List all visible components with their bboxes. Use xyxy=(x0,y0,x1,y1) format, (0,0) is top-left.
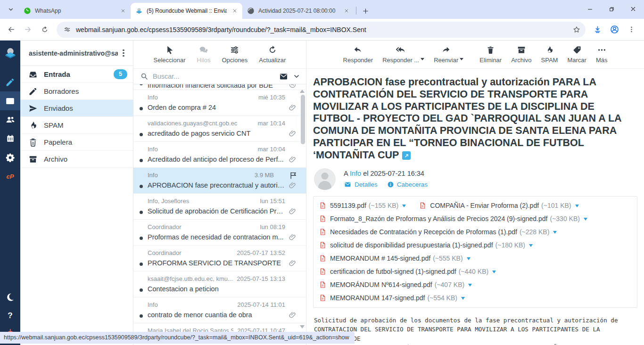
more-button[interactable]: Más xyxy=(596,45,608,64)
attachment-menu-caret[interactable] xyxy=(529,244,533,249)
select-button[interactable]: Seleccionar xyxy=(154,45,186,64)
forward-caret[interactable] xyxy=(460,58,463,62)
profile-button[interactable] xyxy=(606,22,622,38)
message-subject-heading: APROBACION fase precontractual y autoriz… xyxy=(313,76,637,162)
attachment-item[interactable]: COMPAÑIA - Enviar Proforma (2).pdf(~101 … xyxy=(419,199,578,212)
rail-help-button[interactable]: ? xyxy=(0,306,20,325)
rail-darkmode-button[interactable] xyxy=(0,288,20,306)
rail-compose-button[interactable] xyxy=(0,73,20,91)
unread-dot xyxy=(140,84,143,85)
list-item[interactable]: Infomar 10:04 Acreditado del anticipo de… xyxy=(133,142,306,168)
close-window-button[interactable] xyxy=(622,0,644,18)
reply-button[interactable]: Responder xyxy=(343,45,373,64)
archive-button[interactable]: Archivo xyxy=(511,45,531,64)
browser-menu-button[interactable] xyxy=(623,22,639,38)
open-in-new-window-button[interactable] xyxy=(402,151,411,160)
tab-title: (5) Roundcube Webmail :: Envia xyxy=(147,8,227,14)
attachment-menu-caret[interactable] xyxy=(402,205,406,209)
list-item[interactable]: Coordinadorlun 08:19 Proformas de necesi… xyxy=(133,220,306,246)
sidebar-item-borradores[interactable]: Borradores xyxy=(20,83,133,100)
archive-icon xyxy=(28,155,38,164)
attachment-menu-caret[interactable] xyxy=(575,205,579,209)
sidebar-item-entrada[interactable]: Entrada 5 xyxy=(20,66,133,83)
account-header: asistente-administrativo@sa... xyxy=(20,41,133,66)
delete-button[interactable]: Eliminar xyxy=(479,45,502,64)
rail-settings-button[interactable] xyxy=(0,148,20,167)
tab-search-button[interactable] xyxy=(4,2,18,16)
reply-all-button[interactable]: Responder ... xyxy=(382,45,419,64)
reload-button[interactable] xyxy=(37,22,53,38)
scroll-down-arrow[interactable] xyxy=(300,325,305,331)
attachment-size: (~554 KB) xyxy=(428,294,457,302)
attachment-item[interactable]: MEMORÁNDUM Nº614-signed.pdf(~407 KB) xyxy=(319,278,472,291)
attachment-menu-caret[interactable] xyxy=(553,231,557,236)
url-text[interactable]: webmail.sanjuan.gob.ec/cpsess1535909589/… xyxy=(76,26,568,33)
threads-button[interactable]: Hilos xyxy=(197,45,211,64)
attachment-item[interactable]: MEMORANDUM # 145-signed.pdf(~555 KB) xyxy=(319,252,471,265)
account-menu-button[interactable] xyxy=(118,48,129,59)
sidebar-item-enviados[interactable]: Enviados xyxy=(20,100,133,117)
attachment-size: (~330 KB) xyxy=(550,215,579,222)
search-scope-chevron-icon[interactable] xyxy=(293,73,300,80)
rail-cpanel-button[interactable]: cP xyxy=(0,167,20,186)
attachment-item[interactable]: 5591139.pdf(~155 KB) xyxy=(319,199,406,212)
attachment-item[interactable]: Necesidades de Contratación y Recepción … xyxy=(319,225,557,238)
attachment-menu-caret[interactable] xyxy=(461,297,465,302)
spam-button[interactable]: SPAM xyxy=(541,45,558,64)
list-item[interactable]: Infomié 10:35 Orden de compra # 24 xyxy=(133,90,306,116)
forward-button[interactable] xyxy=(20,22,36,38)
list-item[interactable]: validaciones.guayas@cnt.gob.ecmar 10:14 … xyxy=(133,116,306,142)
recipient-link[interactable]: Info xyxy=(350,170,361,177)
attachment-item[interactable]: certificacion de futbol-signed (1)-signe… xyxy=(319,265,496,278)
restore-button[interactable] xyxy=(601,0,622,18)
tab-close-button[interactable] xyxy=(119,7,127,15)
attachment-menu-caret[interactable] xyxy=(467,257,471,262)
rail-mail-button[interactable] xyxy=(0,91,20,110)
list-item[interactable]: Info2025-07-14 11:01 contrato de menor c… xyxy=(133,297,306,323)
sidebar-item-papelera[interactable]: Papelera xyxy=(20,134,133,151)
attachment-menu-caret[interactable] xyxy=(468,284,472,288)
forwarded-icon xyxy=(289,84,297,89)
new-tab-button[interactable] xyxy=(359,5,372,17)
sidebar-item-spam[interactable]: SPAM xyxy=(20,117,133,134)
list-item-selected[interactable]: Info3.9 MB APROBACION fase precontractua… xyxy=(133,168,306,194)
attachment-item[interactable]: solicitud de disponibilidad presupuestar… xyxy=(319,238,533,252)
forward-button[interactable]: Reenviar xyxy=(434,45,458,64)
compose-icon xyxy=(5,77,15,87)
options-button[interactable]: Opciones xyxy=(222,45,248,64)
body-line: CONTRATACION DEL SERVICIO DE TRANSPORTE … xyxy=(314,325,637,343)
attachment-item[interactable]: Formato_8_Razón de Proformas y Análisis … xyxy=(319,212,587,225)
reply-all-caret[interactable] xyxy=(421,58,424,62)
bookmark-star-icon[interactable] xyxy=(572,25,581,34)
list-item[interactable]: Coordinador2025-07-17 13:52 PROFORMA SER… xyxy=(133,246,306,271)
search-bar xyxy=(133,69,306,84)
minimize-button[interactable] xyxy=(579,0,601,18)
tab-close-button[interactable] xyxy=(231,7,239,15)
archive-label: Archivo xyxy=(511,57,531,64)
mark-button[interactable]: Marcar xyxy=(567,45,586,64)
address-bar[interactable]: webmail.sanjuan.gob.ec/cpsess1535909589/… xyxy=(57,22,586,38)
tab-whatsapp[interactable]: WhatsApp xyxy=(19,3,131,19)
list-item-partial[interactable]: Información financiera solicitada por BD… xyxy=(133,84,306,90)
downloads-button[interactable] xyxy=(589,22,605,38)
refresh-button[interactable]: Actualizar xyxy=(259,45,286,64)
back-button[interactable] xyxy=(3,22,19,38)
rail-calendar-button[interactable] xyxy=(0,129,20,148)
folder-label: Papelera xyxy=(44,138,72,146)
tab-roundcube[interactable]: (5) Roundcube Webmail :: Envia xyxy=(131,3,242,19)
attachment-item[interactable]: MEMORANDUM 147-signed.pdf(~554 KB) xyxy=(319,291,465,304)
scrollbar-thumb[interactable] xyxy=(301,95,305,144)
details-toggle[interactable]: Detalles xyxy=(344,181,378,188)
sidebar-item-archivo[interactable]: Archivo xyxy=(20,151,133,168)
list-item[interactable]: Info, Josefloreslun 15:51 Solicitud de a… xyxy=(133,194,306,220)
search-input[interactable] xyxy=(153,73,274,80)
tab-close-button[interactable] xyxy=(342,7,350,15)
scroll-up-arrow[interactable] xyxy=(300,87,305,93)
tab-actividad[interactable]: Actividad 2025-07-21 08:00:00 xyxy=(242,3,354,19)
rail-contacts-button[interactable] xyxy=(0,110,20,129)
headers-toggle[interactable]: Cabeceras xyxy=(387,181,428,188)
attachment-menu-caret[interactable] xyxy=(492,271,496,275)
message-list-pane: Seleccionar Hilos Opciones Actualizar xyxy=(133,41,306,345)
attachment-menu-caret[interactable] xyxy=(584,218,587,222)
list-item[interactable]: ksaait@fcjse.utb.edu.ec, kmu...2025-07-1… xyxy=(133,271,306,297)
